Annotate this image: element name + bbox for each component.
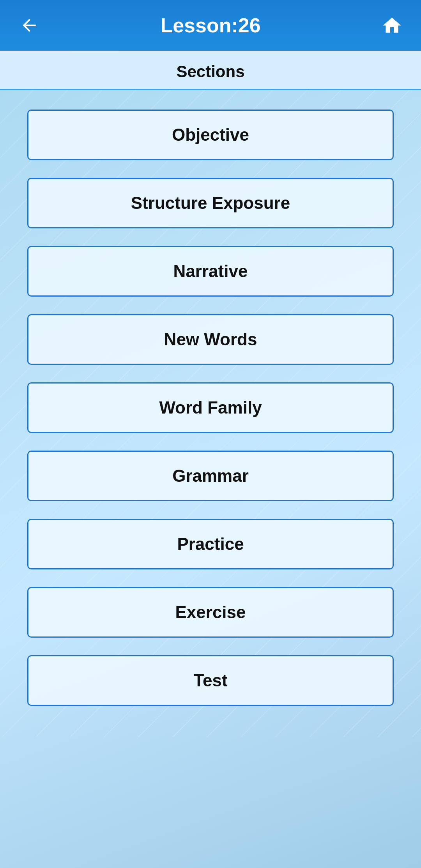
section-label-structure-exposure: Structure Exposure [131, 193, 290, 213]
sections-label: Sections [176, 62, 244, 81]
section-button-objective[interactable]: Objective [27, 110, 394, 160]
section-button-test[interactable]: Test [27, 655, 394, 706]
section-label-exercise: Exercise [175, 603, 246, 622]
sections-list: ObjectiveStructure ExposureNarrativeNew … [0, 90, 421, 737]
home-button[interactable] [378, 12, 405, 39]
section-button-new-words[interactable]: New Words [27, 314, 394, 365]
section-label-test: Test [193, 671, 227, 690]
section-button-practice[interactable]: Practice [27, 519, 394, 569]
section-label-word-family: Word Family [159, 398, 262, 417]
section-button-exercise[interactable]: Exercise [27, 587, 394, 638]
page-title: Lesson:26 [43, 14, 378, 37]
section-label-objective: Objective [172, 125, 249, 145]
section-label-grammar: Grammar [172, 466, 249, 486]
section-label-new-words: New Words [164, 330, 257, 349]
section-label-practice: Practice [177, 534, 244, 554]
sections-bar: Sections [0, 51, 421, 90]
section-label-narrative: Narrative [173, 262, 248, 281]
section-button-word-family[interactable]: Word Family [27, 382, 394, 433]
section-button-structure-exposure[interactable]: Structure Exposure [27, 178, 394, 228]
app-header: Lesson:26 [0, 0, 421, 51]
section-button-narrative[interactable]: Narrative [27, 246, 394, 297]
section-button-grammar[interactable]: Grammar [27, 451, 394, 501]
back-button[interactable] [16, 12, 43, 39]
